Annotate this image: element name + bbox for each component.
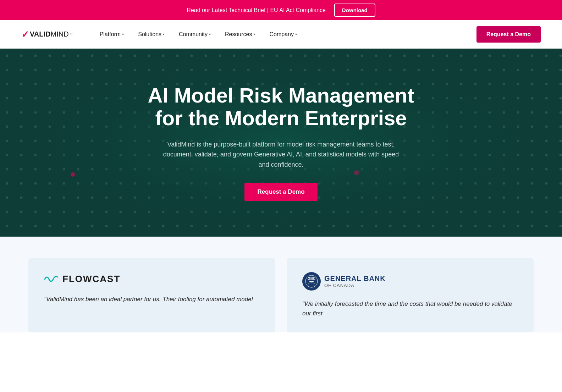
hero-cta-button[interactable]: Request a Demo [244, 183, 317, 201]
gbc-logo: GBC General Bank OF CANADA [302, 272, 518, 291]
flowcast-icon [44, 272, 59, 286]
hero-subtitle: ValidMind is the purpose-built platform … [160, 139, 402, 170]
logo[interactable]: ✓ VALIDMIND ™ [21, 30, 73, 39]
banner-text: Read our Latest Technical Brief | EU AI … [187, 7, 326, 13]
solutions-chevron-icon: ▾ [163, 32, 165, 36]
nav-links: Platform ▾ Solutions ▾ Community ▾ Resou… [94, 28, 476, 40]
logo-text: VALIDMIND [30, 30, 69, 38]
gbc-crest-icon: GBC [305, 275, 318, 288]
gbc-company-sub: OF CANADA [324, 283, 386, 288]
nav-item-company[interactable]: Company ▾ [264, 28, 302, 40]
testimonials-section: FLOWCAST "ValidMind has been an ideal pa… [0, 237, 562, 332]
company-chevron-icon: ▾ [295, 32, 297, 36]
logo-check-icon: ✓ [21, 30, 29, 39]
gbc-name-text: General Bank OF CANADA [324, 275, 386, 288]
flowcast-logo: FLOWCAST [44, 272, 260, 286]
nav-item-community[interactable]: Community ▾ [173, 28, 216, 40]
nav-item-resources[interactable]: Resources ▾ [219, 28, 261, 40]
top-banner: Read our Latest Technical Brief | EU AI … [0, 0, 562, 20]
platform-chevron-icon: ▾ [122, 32, 124, 36]
gbc-badge-icon: GBC [302, 272, 321, 291]
resources-chevron-icon: ▾ [253, 32, 255, 36]
gbc-quote: "We initially forecasted the time and th… [302, 299, 518, 318]
navbar: ✓ VALIDMIND ™ Platform ▾ Solutions ▾ Com… [0, 20, 562, 49]
download-button[interactable]: Download [334, 4, 375, 17]
hero-section: AI Model Risk Management for the Modern … [0, 49, 562, 237]
hero-content: AI Model Risk Management for the Modern … [148, 84, 414, 201]
nav-item-platform[interactable]: Platform ▾ [94, 28, 130, 40]
hero-title: AI Model Risk Management for the Modern … [148, 84, 414, 129]
testimonial-card-gbc: GBC General Bank OF CANADA "We initially… [287, 258, 534, 332]
flowcast-name: FLOWCAST [62, 274, 120, 285]
nav-item-solutions[interactable]: Solutions ▾ [132, 28, 170, 40]
svg-point-2 [71, 172, 75, 177]
nav-cta-button[interactable]: Request a Demo [476, 26, 541, 43]
testimonial-card-flowcast: FLOWCAST "ValidMind has been an ideal pa… [28, 258, 275, 332]
svg-text:GBC: GBC [308, 277, 315, 281]
flowcast-wave-icon [44, 272, 59, 283]
flowcast-quote: "ValidMind has been an ideal partner for… [44, 294, 260, 304]
community-chevron-icon: ▾ [209, 32, 211, 36]
logo-trademark: ™ [70, 33, 73, 36]
gbc-company-name: General Bank [324, 275, 386, 283]
